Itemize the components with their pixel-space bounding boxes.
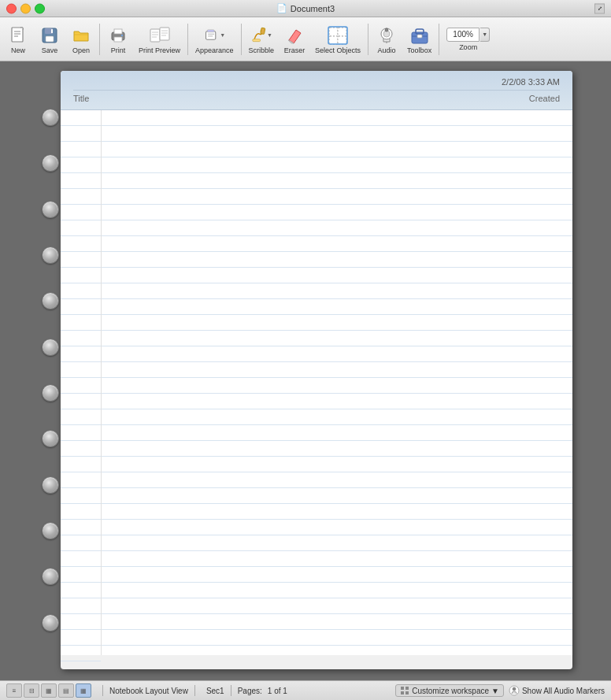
status-bar: ≡ ⊟ ▦ ▤ ▦ Notebook Layout View Sec1 Page… bbox=[0, 680, 611, 700]
ring-1 bbox=[42, 109, 59, 126]
notebook-body[interactable] bbox=[61, 110, 572, 655]
svg-rect-40 bbox=[405, 687, 409, 690]
close-button[interactable] bbox=[6, 3, 17, 13]
pages-value: 1 of 1 bbox=[268, 687, 287, 695]
content-line bbox=[102, 378, 572, 394]
title-bar: 📄 Document3 ⤢ bbox=[0, 0, 611, 17]
svg-rect-10 bbox=[114, 37, 122, 42]
margin-line bbox=[61, 110, 101, 126]
svg-rect-24 bbox=[261, 28, 265, 34]
content-line bbox=[102, 252, 572, 268]
margin-line bbox=[61, 283, 101, 299]
margin-line bbox=[61, 441, 101, 457]
eraser-button[interactable]: Eraser bbox=[280, 22, 309, 57]
toolbox-button[interactable]: Toolbox bbox=[403, 22, 435, 57]
resize-icon: ⤢ bbox=[594, 3, 605, 13]
margin-line bbox=[61, 425, 101, 441]
view-icon-3[interactable]: ▦ bbox=[41, 683, 57, 698]
margin-line bbox=[61, 220, 101, 236]
toolbox-icon bbox=[409, 24, 431, 46]
resize-control[interactable]: ⤢ bbox=[594, 3, 605, 13]
content-line bbox=[102, 488, 572, 504]
margin-line bbox=[61, 173, 101, 189]
margin-line bbox=[61, 472, 101, 488]
window-controls bbox=[6, 3, 45, 13]
open-label: Open bbox=[72, 46, 90, 54]
open-button[interactable]: Open bbox=[66, 22, 96, 57]
zoom-dropdown-button[interactable]: ▼ bbox=[480, 28, 490, 42]
content-line bbox=[102, 504, 572, 520]
appearance-dropdown-arrow: ▼ bbox=[220, 32, 225, 38]
content-line bbox=[102, 409, 572, 425]
scribble-button[interactable]: ▼ Scribble bbox=[245, 22, 279, 57]
content-line bbox=[102, 457, 572, 472]
document-icon: 📄 bbox=[276, 3, 287, 13]
zoom-label: Zoom bbox=[459, 43, 477, 51]
appearance-label: Appearance bbox=[195, 46, 234, 54]
margin-line bbox=[61, 331, 101, 346]
ring-8 bbox=[42, 430, 59, 447]
content-line bbox=[102, 157, 572, 173]
margin-line bbox=[61, 535, 101, 551]
margin-line bbox=[61, 157, 101, 173]
view-mode-label: Notebook Layout View bbox=[109, 687, 188, 695]
margin-line bbox=[61, 567, 101, 583]
notebook[interactable]: 2/2/08 3:33 AM Title Created bbox=[61, 71, 572, 669]
zoom-input[interactable] bbox=[446, 28, 480, 42]
print-preview-button[interactable]: Print Preview bbox=[135, 22, 184, 57]
content-line bbox=[102, 331, 572, 346]
pages-label: Pages: bbox=[238, 687, 262, 695]
appearance-button[interactable]: ▼ Appearance bbox=[191, 22, 238, 57]
window-title: 📄 Document3 bbox=[276, 3, 335, 13]
maximize-button[interactable] bbox=[35, 3, 45, 13]
svg-rect-41 bbox=[401, 691, 404, 694]
ring-7 bbox=[42, 384, 59, 402]
svg-rect-42 bbox=[405, 691, 409, 694]
status-separator-1 bbox=[102, 685, 103, 696]
ring-10 bbox=[42, 522, 59, 539]
audio-button[interactable]: Audio bbox=[372, 22, 402, 57]
margin-line bbox=[61, 189, 101, 205]
content-line bbox=[102, 189, 572, 205]
svg-rect-0 bbox=[12, 28, 23, 42]
minimize-button[interactable] bbox=[20, 3, 31, 13]
audio-markers-label: Show All Audio Markers bbox=[522, 687, 605, 695]
ring-9 bbox=[42, 476, 59, 494]
notebook-lines-area[interactable] bbox=[102, 110, 572, 655]
save-button[interactable]: Save bbox=[35, 22, 65, 57]
ring-2 bbox=[42, 154, 59, 172]
content-line bbox=[102, 362, 572, 378]
print-preview-icon bbox=[149, 24, 171, 46]
save-label: Save bbox=[42, 46, 58, 54]
separator-2 bbox=[187, 24, 188, 55]
content-line bbox=[102, 614, 572, 630]
separator-3 bbox=[241, 24, 242, 55]
content-line bbox=[102, 520, 572, 535]
margin-line bbox=[61, 346, 101, 362]
print-button[interactable]: Print bbox=[103, 22, 133, 57]
margin-line bbox=[61, 614, 101, 630]
separator-4 bbox=[368, 24, 368, 55]
print-icon bbox=[107, 24, 129, 46]
new-button[interactable]: New bbox=[3, 22, 33, 57]
audio-label: Audio bbox=[378, 46, 396, 54]
view-icon-5[interactable]: ▦ bbox=[76, 683, 91, 698]
new-label: New bbox=[11, 46, 25, 54]
margin-line bbox=[61, 504, 101, 520]
audio-markers-icon bbox=[509, 685, 520, 696]
separator-5 bbox=[439, 24, 439, 55]
print-label: Print bbox=[111, 46, 126, 54]
content-line bbox=[102, 646, 572, 655]
view-icon-1[interactable]: ≡ bbox=[6, 683, 22, 698]
select-objects-button[interactable]: Select Objects bbox=[311, 22, 365, 57]
svg-rect-38 bbox=[417, 35, 422, 38]
view-icon-2[interactable]: ⊟ bbox=[24, 683, 39, 698]
customize-workspace-button[interactable]: Customize workspace ▼ bbox=[395, 684, 504, 697]
customize-dropdown-arrow: ▼ bbox=[491, 687, 499, 695]
appearance-icon: ▼ bbox=[203, 24, 225, 46]
view-icon-4[interactable]: ▤ bbox=[58, 683, 74, 698]
content-line bbox=[102, 441, 572, 457]
svg-rect-27 bbox=[338, 28, 346, 36]
ring-binding bbox=[39, 71, 62, 669]
content-line bbox=[102, 283, 572, 299]
